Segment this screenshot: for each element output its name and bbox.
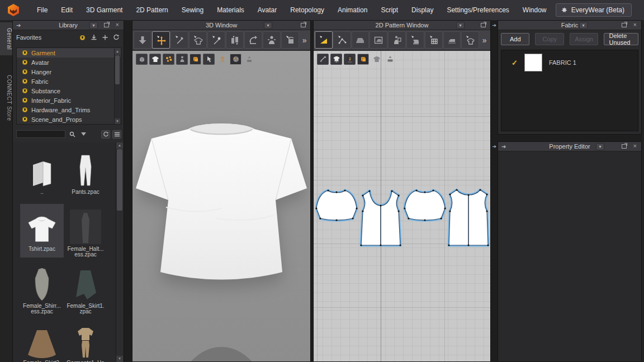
- favorite-garment[interactable]: Garment: [17, 48, 121, 58]
- pattern-sleeve-left[interactable]: [315, 189, 357, 221]
- assign-button[interactable]: Assign: [570, 33, 598, 45]
- popout-icon[interactable]: [301, 22, 306, 28]
- chevron-down-icon[interactable]: ▾: [89, 22, 98, 29]
- chevron-down-icon[interactable]: ▾: [264, 22, 272, 29]
- show-seam-icon[interactable]: [317, 54, 329, 65]
- flip-arrangement-tool[interactable]: [244, 31, 262, 49]
- popout-icon[interactable]: [622, 144, 627, 150]
- edit-pattern-tool[interactable]: [333, 31, 351, 49]
- download-icon[interactable]: [89, 34, 98, 41]
- menu-avatar[interactable]: Avatar: [251, 0, 283, 20]
- fabric-swatch[interactable]: [524, 54, 542, 72]
- create-polygon-tool[interactable]: [352, 31, 370, 49]
- menu-display[interactable]: Display: [405, 0, 440, 20]
- favorite-interior-fabric[interactable]: Interior_Fabric: [17, 96, 121, 105]
- fold-arrangement-tool[interactable]: [226, 31, 244, 49]
- chevron-down-icon[interactable]: ▾: [596, 143, 604, 150]
- iron-tool[interactable]: [443, 31, 461, 49]
- pattern-back-bodice[interactable]: [448, 189, 489, 246]
- collapse-arrow-icon[interactable]: ➔: [16, 22, 21, 28]
- menu-animation[interactable]: Animation: [331, 0, 374, 20]
- list-item-pants[interactable]: Pants.zpac: [64, 147, 107, 201]
- trace-avatar-tool[interactable]: [388, 31, 406, 49]
- transform-pattern-tool[interactable]: [315, 31, 333, 49]
- close-icon[interactable]: ×: [633, 143, 637, 149]
- list-item-female-skirt1[interactable]: Female_Skirt1.zpac: [64, 261, 107, 315]
- menu-sewing[interactable]: Sewing: [175, 0, 210, 20]
- select-garment-tool[interactable]: [189, 31, 207, 49]
- menu-edit[interactable]: Edit: [54, 0, 79, 20]
- scroll-down-icon[interactable]: ▼: [116, 356, 123, 362]
- tab-connect-store[interactable]: CONNECT Store: [0, 69, 12, 126]
- add-button[interactable]: Add: [501, 33, 529, 45]
- search-input[interactable]: [16, 130, 65, 138]
- measure-off-icon[interactable]: [384, 54, 396, 65]
- close-icon[interactable]: ×: [116, 22, 119, 28]
- scroll-up-icon[interactable]: ▲: [116, 142, 123, 149]
- favorite-scene-and-props[interactable]: Scene_and_Props: [17, 115, 121, 124]
- view-mode-icon[interactable]: [112, 130, 121, 139]
- chevron-down-icon[interactable]: ▾: [579, 22, 588, 29]
- favorites-scrollbar[interactable]: ▲ ▼: [114, 49, 120, 125]
- popout-icon[interactable]: [104, 22, 109, 28]
- close-icon[interactable]: ×: [633, 22, 637, 28]
- list-item-female-shirred-dress[interactable]: Female_Shirr...ess.zpac: [20, 261, 64, 315]
- list-item-garments1-hana[interactable]: Garments1_Hana.zpac: [64, 318, 107, 362]
- search-icon[interactable]: [68, 130, 77, 139]
- add-favorite-icon[interactable]: [101, 34, 109, 41]
- list-item-tshirt[interactable]: Tshirt.zpac: [20, 204, 64, 258]
- favorite-hardware-and-trims[interactable]: Hardware_and_Trims: [17, 105, 121, 115]
- collapse-arrow-icon[interactable]: ➔: [501, 144, 506, 150]
- reset-arrangement-tool[interactable]: [281, 31, 299, 49]
- list-item-female-skirt2[interactable]: Female_Skirt2.zpac: [20, 318, 64, 362]
- 2d-viewport[interactable]: [314, 51, 490, 361]
- menu-2d-pattern[interactable]: 2D Pattern: [129, 0, 174, 20]
- create-rectangle-tool[interactable]: [370, 31, 387, 49]
- delete-unused-button[interactable]: Delete Unused: [604, 33, 638, 45]
- favorite-filter-icon[interactable]: [78, 34, 87, 41]
- sewing-tool[interactable]: [406, 31, 424, 49]
- everywear-button[interactable]: EveryWear (Beta): [556, 3, 632, 17]
- menu-materials[interactable]: Materials: [210, 0, 251, 20]
- collapse-arrow-icon[interactable]: ➔: [491, 144, 497, 150]
- refresh-icon[interactable]: [112, 34, 120, 41]
- show-pattern-icon[interactable]: [357, 54, 369, 65]
- library-scrollbar[interactable]: ▲ ▼: [116, 142, 123, 362]
- 3d-viewport[interactable]: [132, 51, 310, 361]
- menu-file[interactable]: File: [30, 0, 54, 20]
- toolbar-overflow-icon[interactable]: »: [480, 36, 489, 45]
- menu-script[interactable]: Script: [374, 0, 405, 20]
- menu-settings-preferences[interactable]: Settings/Preferences: [440, 0, 515, 20]
- menu-3d-garment[interactable]: 3D Garment: [79, 0, 129, 20]
- list-item-female-halter-dress[interactable]: Female_Halt...ess.zpac: [64, 204, 107, 258]
- reload-icon[interactable]: [101, 130, 110, 139]
- scroll-down-icon[interactable]: ▼: [115, 118, 120, 125]
- popout-icon[interactable]: [481, 22, 486, 28]
- favorite-hanger[interactable]: Hanger: [17, 67, 121, 77]
- list-item-fabric1[interactable]: ✓ FABRIC 1: [501, 50, 638, 75]
- select-brush-tool[interactable]: [171, 31, 188, 49]
- sync-3d-tool[interactable]: [461, 31, 479, 49]
- copy-button[interactable]: Copy: [535, 33, 564, 45]
- collapse-arrow-icon[interactable]: ➔: [491, 22, 497, 29]
- internal-grid-tool[interactable]: [425, 31, 443, 49]
- list-item-folder-up[interactable]: ..: [20, 147, 64, 201]
- pattern-front-bodice[interactable]: [360, 190, 401, 246]
- shirt-off-icon[interactable]: [371, 54, 382, 65]
- pattern-sleeve-right[interactable]: [404, 189, 446, 221]
- scroll-up-icon[interactable]: ▲: [115, 49, 120, 55]
- gravity-drop-tool[interactable]: [134, 31, 151, 49]
- move-tool[interactable]: [152, 31, 170, 49]
- favorite-fabric[interactable]: Fabric: [17, 77, 121, 86]
- pin-tool[interactable]: [207, 31, 225, 49]
- favorite-avatar[interactable]: Avatar: [17, 58, 121, 67]
- show-info-icon[interactable]: [344, 54, 356, 65]
- toolbar-overflow-icon[interactable]: »: [300, 36, 309, 45]
- menu-retopology[interactable]: Retopology: [283, 0, 331, 20]
- search-filter-caret-icon[interactable]: [79, 130, 88, 139]
- menu-window[interactable]: Window: [516, 0, 553, 20]
- chevron-down-icon[interactable]: ▾: [456, 22, 465, 29]
- show-shape-icon[interactable]: [330, 54, 342, 65]
- favorite-substance[interactable]: Substance: [17, 86, 121, 96]
- tab-general[interactable]: General: [0, 22, 12, 55]
